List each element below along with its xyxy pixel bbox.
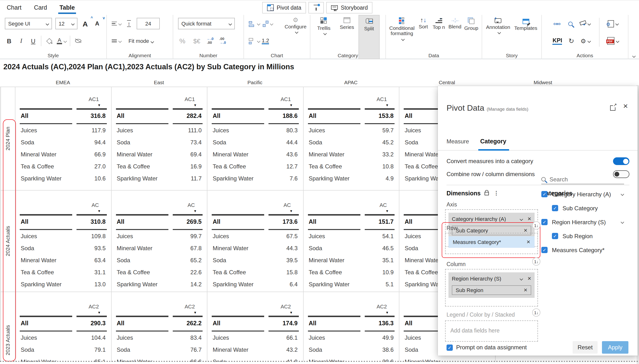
bar-chart-type-button[interactable] bbox=[249, 18, 260, 29]
remove-field-icon[interactable]: × bbox=[528, 216, 531, 222]
sort-indicator-icon[interactable]: ▼ bbox=[308, 310, 394, 315]
checkbox[interactable]: ✓ bbox=[541, 191, 548, 197]
table-row[interactable]: Juices83.4 bbox=[116, 332, 202, 344]
table-row[interactable]: Sparkling Water11.7 bbox=[116, 172, 202, 184]
table-row[interactable]: Soda79.1 bbox=[20, 344, 106, 356]
table-row[interactable]: Juices54.1 bbox=[308, 230, 394, 242]
filter-button[interactable] bbox=[308, 2, 324, 14]
total-row[interactable]: All316.8 bbox=[20, 110, 106, 122]
panel-tab-category[interactable]: Category bbox=[480, 138, 506, 145]
region-header[interactable]: Midwest bbox=[495, 80, 591, 85]
zoom-search-button[interactable] bbox=[566, 18, 575, 29]
remove-field-icon[interactable]: × bbox=[528, 276, 531, 282]
column-sort-icon[interactable]: 1↓ bbox=[532, 258, 540, 266]
measure-header[interactable]: AC bbox=[20, 197, 106, 209]
report-settings-button[interactable]: ⚙ bbox=[608, 18, 618, 29]
total-row[interactable]: All174.9 bbox=[212, 317, 298, 330]
sort-indicator-icon[interactable]: ▼ bbox=[308, 209, 394, 214]
category-tree-item[interactable]: ✓Category Hierarchy (A) bbox=[541, 187, 630, 201]
sort-indicator-icon[interactable]: ▼ bbox=[308, 103, 394, 108]
row-height-button[interactable]: ↕ bbox=[124, 18, 133, 29]
table-row[interactable]: Sparkling Water4.9 bbox=[308, 172, 394, 184]
row-group-cell[interactable]: 2024 Plan bbox=[0, 87, 15, 190]
hierarchy-chart-type-button[interactable] bbox=[262, 18, 273, 29]
legend-dropzone[interactable]: Add data fields here bbox=[445, 320, 538, 342]
lock-icon[interactable] bbox=[484, 192, 489, 195]
decrease-decimals-button[interactable]: ←.0.00 bbox=[207, 37, 214, 45]
hide-values-button[interactable] bbox=[74, 35, 82, 47]
chart-decimals-button[interactable]: 1.2 bbox=[262, 38, 269, 44]
measure-header[interactable]: AC2 bbox=[116, 299, 202, 310]
table-row[interactable]: Soda44.4 bbox=[212, 136, 298, 148]
tab-chart[interactable]: Chart bbox=[7, 4, 22, 11]
measure-header[interactable]: AC bbox=[212, 197, 298, 209]
category-tree-item[interactable]: ✓Sub Region bbox=[541, 229, 630, 243]
chevron-down-icon[interactable] bbox=[520, 277, 523, 280]
more-options-icon[interactable]: ⋮ bbox=[494, 190, 499, 196]
fill-color-button[interactable] bbox=[45, 35, 54, 47]
total-row[interactable]: All310.8 bbox=[20, 215, 106, 228]
sort-indicator-icon[interactable]: ▼ bbox=[212, 103, 298, 108]
total-row[interactable]: All151.7 bbox=[308, 215, 394, 228]
table-row[interactable]: Soda73.4 bbox=[116, 136, 202, 148]
table-row[interactable]: Soda93.5 bbox=[20, 242, 106, 254]
measure-header[interactable]: AC2 bbox=[308, 299, 394, 310]
remove-field-icon[interactable]: × bbox=[527, 239, 530, 245]
format-painter-button[interactable] bbox=[580, 18, 590, 29]
table-row[interactable]: Mineral Water35.1 bbox=[308, 254, 394, 266]
table-row[interactable]: Juices59.7 bbox=[308, 124, 394, 136]
region-header[interactable]: Pacific bbox=[207, 80, 303, 85]
table-row[interactable]: Soda65.2 bbox=[116, 254, 202, 266]
table-row[interactable]: Juices66.1 bbox=[212, 332, 298, 344]
remove-field-icon[interactable]: × bbox=[524, 287, 527, 293]
total-row[interactable]: All269.5 bbox=[116, 215, 202, 228]
row-sort-icon[interactable]: 1↓ bbox=[532, 221, 540, 230]
measure-header[interactable]: AC1 bbox=[212, 92, 298, 103]
table-row[interactable]: Soda46.5 bbox=[308, 242, 394, 254]
horizontal-align-button[interactable] bbox=[112, 35, 121, 47]
table-row[interactable]: Tea & Coffee27.0 bbox=[20, 160, 106, 172]
region-header[interactable]: East bbox=[111, 80, 207, 85]
total-row[interactable]: All262.2 bbox=[116, 317, 202, 330]
table-row[interactable]: Mineral Water67.8 bbox=[116, 242, 202, 254]
table-row[interactable]: Sparkling Water14.2 bbox=[116, 278, 202, 290]
table-row[interactable]: Sparkling Water5.1 bbox=[308, 278, 394, 290]
table-row[interactable]: Tea & Coffee31.1 bbox=[20, 266, 106, 278]
popout-icon[interactable]: ↗ bbox=[610, 105, 616, 111]
table-row[interactable]: Tea & Coffee22.6 bbox=[116, 266, 202, 278]
table-row[interactable]: Soda76.7 bbox=[116, 344, 202, 356]
table-row[interactable]: Mineral Water43.2 bbox=[212, 344, 298, 356]
table-row[interactable]: Soda45.2 bbox=[308, 136, 394, 148]
sort-indicator-icon[interactable]: ▼ bbox=[116, 103, 202, 108]
table-row[interactable]: Mineral Water33.2 bbox=[308, 148, 394, 160]
total-row[interactable]: All290.3 bbox=[20, 317, 106, 330]
measure-header[interactable]: AC1 bbox=[116, 92, 202, 103]
settings-button[interactable]: ⚙ bbox=[580, 35, 590, 47]
sort-indicator-icon[interactable]: ▼ bbox=[116, 310, 202, 315]
reset-button[interactable]: Reset bbox=[572, 341, 598, 354]
stacked-chart-type-button[interactable] bbox=[249, 35, 260, 47]
row-group-cell[interactable]: 2024 Actuals bbox=[0, 190, 15, 292]
table-row[interactable]: Mineral Water43.6 bbox=[212, 148, 298, 160]
table-row[interactable]: Tea & Coffee10.9 bbox=[308, 266, 394, 278]
table-row[interactable]: Juices117.9 bbox=[20, 124, 106, 136]
table-row[interactable]: Juices104.4 bbox=[20, 332, 106, 344]
tab-table[interactable]: Table bbox=[60, 4, 74, 11]
sort-indicator-icon[interactable]: ▼ bbox=[20, 310, 106, 315]
table-row[interactable]: Juices109.8 bbox=[20, 230, 106, 242]
checkbox[interactable]: ✓ bbox=[541, 219, 548, 225]
table-row[interactable]: Juices99.7 bbox=[116, 230, 202, 242]
column-subfield-chip[interactable]: Sub Region × bbox=[452, 285, 531, 295]
total-row[interactable]: All188.6 bbox=[212, 110, 298, 122]
column-field-chip[interactable]: Region Hierarchy (S) × Sub Region × bbox=[448, 272, 534, 298]
chevron-down-icon[interactable] bbox=[621, 220, 624, 224]
table-row[interactable]: Soda38.6 bbox=[308, 344, 394, 356]
measure-header[interactable]: AC bbox=[308, 197, 394, 209]
category-tree-item[interactable]: ✓Sub Category bbox=[541, 201, 630, 215]
total-row[interactable]: All136.3 bbox=[308, 317, 394, 330]
category-tree-item[interactable]: ✓Region Hierarchy (S) bbox=[541, 215, 630, 229]
prompt-checkbox[interactable]: ✓ bbox=[446, 344, 453, 350]
refresh-button[interactable]: ↻ bbox=[567, 35, 576, 47]
table-row[interactable]: Mineral Water63.4 bbox=[20, 254, 106, 266]
table-row[interactable]: Tea & Coffee12.7 bbox=[212, 160, 298, 172]
